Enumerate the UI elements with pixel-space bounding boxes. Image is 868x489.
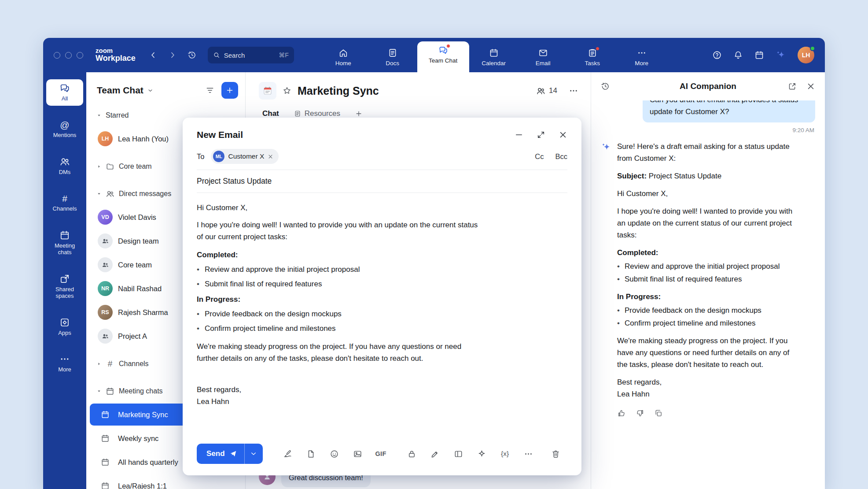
recipient-chip[interactable]: ML Customer X [211, 149, 279, 164]
bcc-button[interactable]: Bcc [555, 152, 567, 161]
close-icon[interactable] [559, 130, 567, 139]
ai-response-greeting: Hi Customer X, [617, 188, 793, 200]
rail-item-channels[interactable]: # Channels [46, 190, 83, 216]
rail-label-all: All [62, 96, 68, 102]
in-progress-list: Provide feedback on the design mockups C… [197, 308, 478, 334]
send-options-dropdown[interactable] [244, 444, 263, 464]
notifications-bell-icon[interactable] [733, 50, 743, 60]
calendar-icon [489, 48, 499, 58]
close-icon[interactable] [806, 82, 815, 91]
rail-item-meeting-chats[interactable]: Meeting chats [46, 226, 83, 259]
channels-hash-icon: # [62, 193, 67, 204]
subject-input[interactable]: Project Status Update [183, 170, 581, 193]
nav-more[interactable]: More [617, 48, 666, 72]
ai-response: Sure! Here's a draft email asking for a … [601, 141, 815, 400]
tab-chat-label: Chat [262, 109, 279, 118]
main-nav: Home Docs Team Chat Calendar Email Tasks [319, 38, 666, 72]
rail-item-shared-spaces[interactable]: Shared spaces [46, 270, 83, 303]
nav-team-chat[interactable]: Team Chat [417, 41, 469, 72]
rail-item-dms[interactable]: DMs [46, 153, 83, 179]
trash-icon [551, 449, 560, 459]
channel-avatar [259, 82, 276, 100]
thumbs-down-icon[interactable] [636, 409, 644, 418]
window-close-button[interactable] [54, 52, 60, 59]
help-icon[interactable] [712, 50, 722, 60]
minimize-icon[interactable] [515, 130, 523, 139]
star-icon[interactable] [282, 86, 292, 96]
more-options-button[interactable] [517, 445, 540, 463]
nav-docs[interactable]: Docs [368, 48, 417, 72]
email-body-editor[interactable]: Hi Customer X, I hope you're doing well!… [183, 193, 493, 408]
ai-sparkle-icon[interactable] [776, 50, 786, 60]
thumbs-up-icon[interactable] [617, 409, 626, 418]
list-item: Submit final list of required features [197, 278, 478, 290]
list-item-label: Lea Hanh (You) [118, 135, 169, 143]
more-dots-icon [59, 354, 70, 364]
insert-image-button[interactable] [346, 445, 369, 463]
new-chat-button[interactable] [221, 82, 238, 99]
rail-item-all[interactable]: All [46, 79, 83, 106]
layout-button[interactable] [447, 445, 470, 463]
back-icon[interactable] [149, 51, 158, 59]
gif-button[interactable]: GIF [369, 445, 393, 463]
user-avatar[interactable]: LH [798, 47, 814, 63]
forward-icon[interactable] [168, 51, 177, 59]
search-input[interactable]: Search ⌘F [208, 47, 294, 63]
ai-signoff: Best regards, [617, 376, 793, 388]
rail-item-mentions[interactable]: @ Mentions [46, 116, 83, 142]
email-signoff: Best regards, [197, 384, 478, 396]
rail-item-apps[interactable]: Apps [46, 314, 83, 340]
window-minimize-button[interactable] [65, 52, 72, 59]
unread-badge-dot [596, 47, 600, 51]
member-count-value: 14 [549, 86, 557, 95]
avatar-initials: NR [101, 285, 109, 292]
encrypt-button[interactable] [400, 445, 423, 463]
list-item-label: Lea/Rajesh 1:1 [118, 482, 167, 489]
nav-home[interactable]: Home [319, 48, 368, 72]
chevron-down-icon[interactable] [147, 88, 153, 93]
avatar: RS [98, 305, 113, 320]
list-item-lea-rajesh[interactable]: Lea/Rajesh 1:1 [86, 474, 245, 489]
open-in-new-icon[interactable] [788, 82, 797, 91]
new-email-modal: New Email To ML Customer X Cc [183, 118, 581, 475]
template-button[interactable] [299, 445, 323, 463]
cc-button[interactable]: Cc [535, 152, 544, 161]
list-item-label: Nabil Rashad [118, 285, 162, 293]
hash-icon: # [106, 359, 114, 369]
code-snippet-button[interactable]: {x} [493, 445, 517, 463]
window-zoom-button[interactable] [77, 52, 83, 59]
ai-completed-heading: Completed: [617, 247, 793, 259]
shared-spaces-icon [59, 274, 70, 284]
nav-email[interactable]: Email [519, 48, 568, 72]
member-count[interactable]: 14 [536, 86, 557, 96]
sidebar-title[interactable]: Team Chat [97, 85, 143, 96]
copy-icon[interactable] [654, 409, 663, 418]
ai-assist-button[interactable] [470, 445, 493, 463]
triangle-right-icon [97, 362, 101, 366]
nav-calendar-label: Calendar [482, 60, 506, 67]
send-button[interactable]: Send [197, 444, 244, 464]
remove-recipient-icon[interactable] [268, 154, 273, 159]
nav-tasks[interactable]: Tasks [568, 48, 617, 72]
signature-button[interactable] [276, 445, 299, 463]
resources-doc-icon [294, 110, 301, 117]
rail-item-more[interactable]: More [46, 350, 83, 377]
filter-icon[interactable] [206, 86, 214, 95]
avatar-initials: RS [101, 309, 109, 315]
channel-more-icon[interactable] [569, 86, 578, 96]
rail-label-shared-spaces: Shared spaces [47, 286, 82, 300]
nav-email-label: Email [536, 60, 551, 67]
discard-button[interactable] [544, 445, 567, 463]
calendar-date-icon[interactable] [754, 50, 764, 60]
email-closing: We're making steady progress on the proj… [197, 341, 478, 364]
history-icon[interactable] [188, 51, 196, 59]
expand-icon[interactable] [537, 130, 545, 139]
edit-button[interactable] [423, 445, 447, 463]
history-icon[interactable] [601, 82, 610, 91]
nav-calendar[interactable]: Calendar [469, 48, 519, 72]
rail-label-more: More [58, 367, 71, 373]
emoji-button[interactable] [323, 445, 346, 463]
more-dots-icon [524, 449, 533, 459]
search-placeholder: Search [224, 52, 245, 59]
section-direct-messages-label: Direct messages [119, 190, 171, 198]
